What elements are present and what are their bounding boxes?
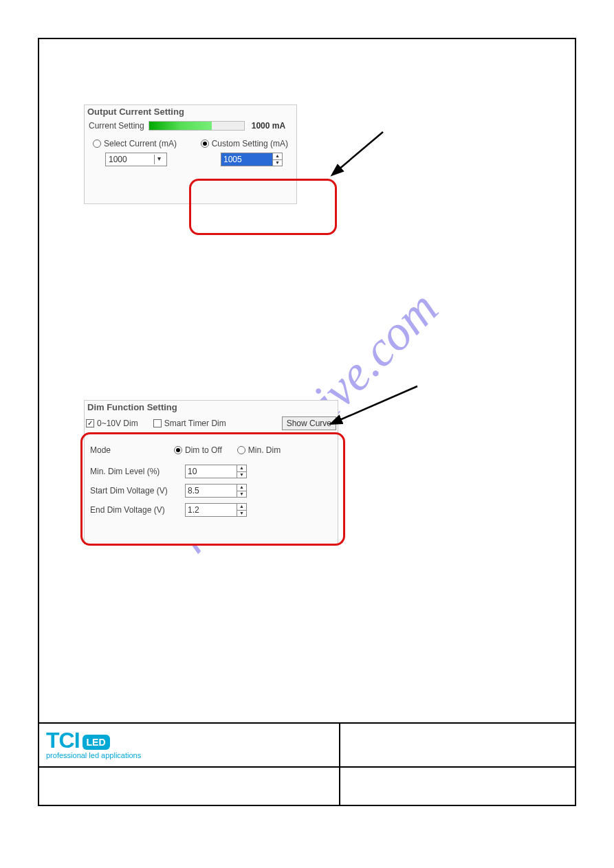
- dim-0-10v-checkbox[interactable]: 0~10V Dim: [86, 419, 138, 428]
- dim-0-10v-label: 0~10V Dim: [97, 419, 138, 428]
- footer-bottom-left-cell: [39, 768, 340, 805]
- checkbox-checked-icon: [86, 419, 94, 427]
- highlight-box-2: [80, 432, 345, 546]
- spinner-down-icon[interactable]: ▼: [273, 160, 282, 166]
- logo-text: TCI: [46, 731, 80, 750]
- select-current-value: 1000: [109, 155, 127, 164]
- panel2-title: Dim Function Setting: [85, 401, 338, 414]
- select-current-label: Select Current (mA): [104, 139, 177, 148]
- custom-setting-value: 1005: [221, 153, 272, 166]
- page-footer: TCI LED professional led applications: [39, 722, 575, 805]
- smart-timer-dim-checkbox[interactable]: Smart Timer Dim: [153, 419, 226, 428]
- radio-unchecked-icon: [93, 140, 101, 148]
- current-setting-bar-fill: [149, 122, 212, 130]
- custom-setting-label: Custom Setting (mA): [212, 139, 288, 148]
- select-current-radio[interactable]: Select Current (mA): [93, 139, 177, 148]
- current-setting-label: Current Setting: [89, 121, 144, 131]
- arrow-annotation-1: [328, 129, 390, 183]
- custom-setting-radio[interactable]: Custom Setting (mA): [201, 139, 288, 148]
- arrow-annotation-2: [328, 383, 424, 431]
- footer-logo-cell: TCI LED professional led applications: [39, 724, 340, 766]
- svg-line-1: [338, 386, 417, 421]
- logo-subtitle: professional led applications: [46, 751, 332, 759]
- custom-setting-spinner[interactable]: 1005 ▲ ▼: [221, 153, 283, 166]
- chevron-down-icon: ▾: [154, 155, 164, 164]
- select-current-dropdown[interactable]: 1000 ▾: [105, 153, 167, 166]
- current-setting-value: 1000 mA: [252, 121, 285, 131]
- page-frame: Output Current Setting Current Setting 1…: [38, 38, 576, 806]
- logo-badge: LED: [83, 735, 110, 750]
- svg-line-0: [338, 132, 383, 170]
- current-setting-bar: [149, 121, 245, 131]
- smart-timer-dim-label: Smart Timer Dim: [164, 419, 226, 428]
- panel1-title: Output Current Setting: [85, 105, 296, 118]
- highlight-box-1: [189, 179, 337, 235]
- checkbox-unchecked-icon: [153, 419, 162, 427]
- spinner-up-icon[interactable]: ▲: [273, 153, 282, 160]
- radio-checked-icon: [201, 140, 209, 148]
